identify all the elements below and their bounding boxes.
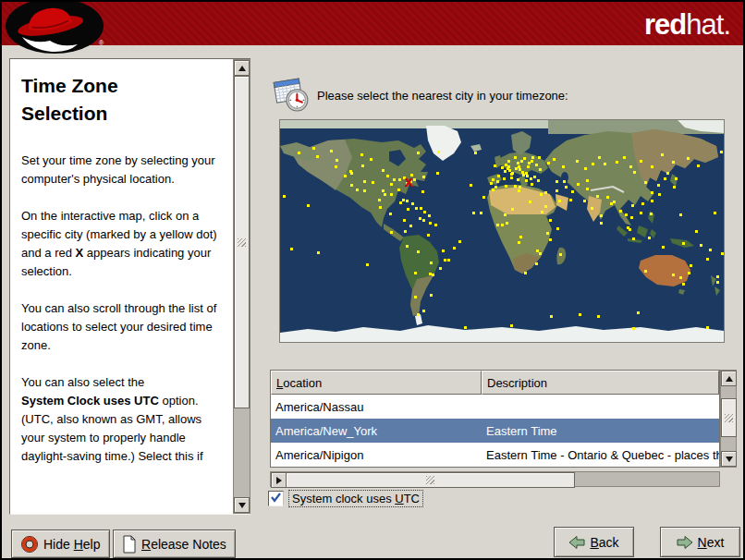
city-dot[interactable] — [537, 179, 540, 182]
city-dot[interactable] — [651, 191, 653, 194]
next-button[interactable]: Next — [660, 527, 740, 557]
city-dot[interactable] — [407, 208, 409, 211]
city-dot[interactable] — [378, 199, 381, 201]
city-dot[interactable] — [553, 158, 556, 161]
city-dot[interactable] — [584, 167, 587, 170]
city-dot[interactable] — [490, 182, 493, 185]
city-dot[interactable] — [619, 210, 622, 213]
city-dot[interactable] — [583, 200, 586, 202]
city-dot[interactable] — [492, 189, 495, 191]
city-dot[interactable] — [700, 244, 702, 247]
city-dot[interactable] — [519, 168, 521, 171]
city-dot[interactable] — [372, 181, 374, 184]
city-dot[interactable] — [682, 283, 685, 286]
city-dot[interactable] — [409, 225, 412, 227]
city-dot[interactable] — [283, 195, 286, 198]
city-dot[interactable] — [503, 177, 506, 180]
city-dot[interactable] — [529, 201, 531, 203]
city-dot[interactable] — [576, 160, 579, 163]
city-dot[interactable] — [404, 230, 407, 233]
help-scrollbar[interactable] — [233, 59, 250, 514]
city-dot[interactable] — [562, 165, 565, 168]
utc-checkbox[interactable] — [268, 491, 284, 506]
city-dot[interactable] — [417, 250, 420, 253]
city-dot[interactable] — [522, 174, 525, 177]
city-dot[interactable] — [675, 177, 678, 180]
city-dot[interactable] — [397, 189, 400, 191]
city-dot[interactable] — [616, 161, 618, 164]
city-dot[interactable] — [444, 259, 446, 262]
table-vertical-scrollbar[interactable] — [720, 370, 737, 468]
city-dot[interactable] — [539, 252, 542, 255]
city-dot[interactable] — [697, 164, 700, 167]
city-dot[interactable] — [695, 230, 698, 233]
scroll-up-button[interactable] — [234, 60, 250, 76]
city-dot[interactable] — [389, 213, 392, 215]
city-dot[interactable] — [427, 234, 430, 237]
city-dot[interactable] — [344, 175, 347, 177]
column-header-description[interactable]: Description — [482, 371, 719, 395]
city-dot[interactable] — [641, 202, 644, 205]
city-dot[interactable] — [666, 172, 669, 175]
city-dot[interactable] — [510, 324, 513, 327]
city-dot[interactable] — [592, 163, 594, 165]
city-dot[interactable] — [317, 251, 320, 254]
city-dot[interactable] — [361, 164, 364, 167]
city-dot[interactable] — [384, 193, 386, 196]
city-dot[interactable] — [531, 156, 534, 159]
city-dot[interactable] — [504, 213, 507, 216]
city-dot[interactable] — [419, 217, 421, 220]
city-dot[interactable] — [356, 189, 359, 191]
city-dot[interactable] — [633, 171, 636, 174]
city-dot[interactable] — [549, 238, 552, 241]
city-dot[interactable] — [421, 190, 424, 193]
city-dot[interactable] — [510, 173, 513, 176]
city-dot[interactable] — [682, 242, 685, 245]
city-dot[interactable] — [679, 213, 682, 216]
city-dot[interactable] — [430, 294, 433, 297]
city-dot[interactable] — [298, 152, 300, 154]
table-horizontal-scrollbar[interactable] — [270, 471, 720, 487]
city-dot[interactable] — [386, 175, 389, 177]
city-dot[interactable] — [417, 152, 420, 154]
city-dot[interactable] — [558, 200, 561, 202]
city-dot[interactable] — [716, 281, 719, 284]
city-dot[interactable] — [505, 185, 507, 188]
city-dot[interactable] — [519, 186, 521, 189]
city-dot[interactable] — [436, 172, 439, 175]
city-dot[interactable] — [497, 175, 500, 177]
city-dot[interactable] — [406, 245, 409, 248]
city-dot[interactable] — [517, 162, 519, 164]
city-dot[interactable] — [563, 180, 566, 183]
city-dot[interactable] — [531, 160, 533, 163]
city-dot[interactable] — [714, 212, 716, 214]
city-dot[interactable] — [492, 178, 495, 181]
city-dot[interactable] — [648, 237, 651, 239]
city-dot[interactable] — [414, 296, 417, 298]
city-dot[interactable] — [632, 237, 635, 240]
city-dot[interactable] — [307, 204, 310, 207]
city-dot[interactable] — [480, 212, 482, 214]
city-dot[interactable] — [402, 199, 405, 201]
city-dot[interactable] — [501, 224, 504, 226]
city-dot[interactable] — [544, 205, 547, 208]
city-dot[interactable] — [423, 211, 426, 213]
city-dot[interactable] — [525, 179, 528, 182]
city-dot[interactable] — [330, 150, 333, 152]
city-dot[interactable] — [434, 224, 437, 226]
scroll-up-button[interactable] — [721, 371, 737, 386]
city-dot[interactable] — [439, 267, 442, 270]
city-dot[interactable] — [458, 240, 461, 243]
city-dot[interactable] — [403, 219, 406, 222]
city-dot[interactable] — [632, 327, 635, 330]
city-dot[interactable] — [591, 207, 593, 210]
scroll-down-button[interactable] — [721, 451, 737, 467]
city-dot[interactable] — [494, 164, 496, 167]
city-dot[interactable] — [514, 156, 517, 159]
city-dot[interactable] — [430, 262, 433, 264]
city-dot[interactable] — [514, 185, 517, 188]
city-dot[interactable] — [679, 276, 682, 279]
city-dot[interactable] — [598, 156, 601, 159]
city-dot[interactable] — [414, 272, 417, 274]
city-dot[interactable] — [382, 169, 385, 172]
